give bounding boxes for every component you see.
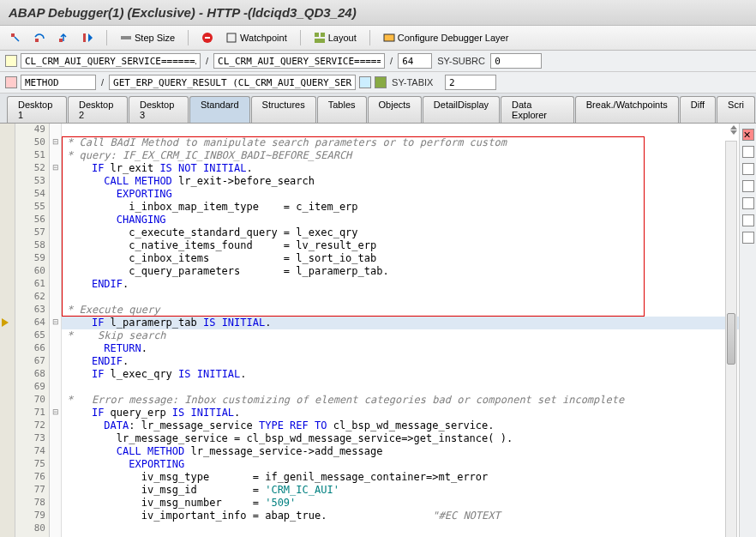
svg-rect-2 (205, 37, 210, 39)
sy-tabix-label: SY-TABIX (390, 77, 441, 87)
tool-icon[interactable] (742, 214, 754, 226)
svg-rect-0 (121, 36, 131, 39)
line-number-gutter: 4950515253545556575859606162636465666768… (15, 124, 50, 537)
code-line[interactable] (62, 291, 756, 304)
code-line[interactable]: RETURN. (62, 342, 756, 355)
tab-tables[interactable]: Tables (317, 96, 367, 123)
main-toolbar: Step Size Watchpoint Layout Configure De… (0, 26, 756, 51)
step-over-button[interactable] (29, 29, 50, 46)
tab-break-watchpoints[interactable]: Break./Watchpoints (575, 96, 679, 123)
code-line[interactable]: * Error message: Inbox customizing of el… (62, 394, 756, 407)
sy-tabix-value[interactable] (445, 75, 496, 90)
code-line[interactable]: IF l_exec_qry IS INITIAL. (62, 368, 756, 381)
code-line[interactable]: * Execute query (62, 304, 756, 317)
sy-subrc-label: SY-SUBRC (435, 56, 487, 66)
tab-desktop-1[interactable]: Desktop 1 (7, 96, 67, 123)
step-size-label: Step Size (135, 33, 175, 43)
window-title: ABAP Debugger(1) (Exclusive) - HTTP -(ld… (0, 0, 756, 26)
code-line[interactable]: CALL METHOD lr_exit->before_search (62, 175, 756, 188)
side-toolbar: ✕ (739, 124, 756, 537)
code-line[interactable]: EXPORTING (62, 188, 756, 201)
code-line[interactable]: * Skip search (62, 329, 756, 342)
tool-icon[interactable] (742, 180, 754, 192)
tab-standard[interactable]: Standard (189, 96, 250, 123)
step-into-button[interactable] (5, 29, 26, 46)
tool-icon[interactable] (742, 163, 754, 175)
code-line[interactable]: IF lr_exit IS NOT INITIAL. (62, 162, 756, 175)
scroll-arrows[interactable] (730, 125, 737, 135)
layout-label: Layout (328, 33, 357, 43)
code-line[interactable]: EXPORTING (62, 458, 756, 471)
slash-separator: / (388, 56, 394, 66)
code-line[interactable]: CALL METHOD lr_message_service->add_mess… (62, 445, 756, 458)
tab-desktop-2[interactable]: Desktop 2 (68, 96, 128, 123)
code-line[interactable]: DATA: lr_message_service TYPE REF TO cl_… (62, 419, 756, 432)
step-size-button[interactable]: Step Size (116, 29, 179, 46)
code-line[interactable]: CHANGING (62, 214, 756, 226)
class-input-2[interactable] (213, 53, 385, 69)
code-line[interactable]: iv_msg_id = 'CRM_IC_AUI' (62, 484, 756, 497)
scroll-up-icon[interactable] (730, 125, 737, 130)
configure-label: Configure Debugger Layer (398, 33, 509, 43)
tab-diff[interactable]: Diff (680, 96, 716, 123)
step-out-button[interactable] (53, 29, 74, 46)
vertical-scrollbar[interactable] (725, 141, 737, 537)
code-line[interactable]: c_execute_standard_query = l_exec_qry (62, 226, 756, 239)
method-icon[interactable] (5, 76, 17, 88)
sy-subrc-value[interactable] (490, 53, 542, 69)
code-line[interactable]: iv_important_info = abap_true. "#EC NOTE… (62, 510, 756, 522)
breakpoint-gutter[interactable] (0, 124, 15, 537)
code-line[interactable]: c_native_items_found = lv_result_erp (62, 239, 756, 252)
code-line[interactable]: IF query_erp IS INITIAL. (62, 407, 756, 419)
code-line[interactable] (62, 124, 756, 136)
svg-rect-3 (227, 33, 236, 42)
code-line[interactable]: IF l_paramerp_tab IS INITIAL. (62, 317, 756, 329)
stop-button[interactable] (197, 29, 218, 46)
code-line[interactable] (62, 381, 756, 394)
configure-button[interactable]: Configure Debugger Layer (379, 29, 513, 46)
nav-row-1: / / SY-SUBRC (0, 51, 756, 72)
tab-detaildisplay[interactable]: DetailDisplay (423, 96, 500, 123)
line-number-input[interactable] (398, 53, 432, 69)
nav-help-icon[interactable] (359, 76, 371, 88)
fold-gutter[interactable]: ⊟⊟⊟⊟ (50, 124, 62, 537)
tab-strip: Desktop 1Desktop 2Desktop 3StandardStruc… (0, 94, 756, 124)
watchpoint-label: Watchpoint (240, 33, 287, 43)
nav-execute-icon[interactable] (375, 76, 387, 88)
continue-button[interactable] (77, 29, 98, 46)
code-line[interactable]: ENDIF. (62, 278, 756, 291)
tab-objects[interactable]: Objects (368, 96, 422, 123)
code-line[interactable]: ENDIF. (62, 355, 756, 368)
tab-data-explorer[interactable]: Data Explorer (501, 96, 574, 123)
code-line[interactable]: lr_message_service = cl_bsp_wd_message_s… (62, 432, 756, 445)
close-icon[interactable]: ✕ (742, 129, 754, 141)
code-line[interactable]: iv_msg_number = '509' (62, 497, 756, 510)
tab-desktop-3[interactable]: Desktop 3 (129, 96, 189, 123)
code-line[interactable]: i_inbox_map_item_type = c_item_erp (62, 201, 756, 214)
code-line[interactable]: iv_msg_type = if_genil_message_container… (62, 471, 756, 484)
class-icon[interactable] (5, 55, 17, 67)
scrollbar-thumb[interactable] (727, 313, 735, 365)
nav-row-2: / SY-TABIX (0, 72, 756, 94)
tool-icon[interactable] (742, 197, 754, 209)
tab-scri[interactable]: Scri (717, 96, 755, 123)
code-editor: 4950515253545556575859606162636465666768… (0, 124, 756, 537)
layout-button[interactable]: Layout (309, 29, 361, 46)
code-line[interactable] (62, 522, 756, 535)
code-line[interactable]: c_inbox_items = l_sort_io_tab (62, 252, 756, 265)
tool-icon[interactable] (742, 146, 754, 158)
class-input-1[interactable] (21, 53, 201, 69)
code-line[interactable]: * Call BAdI Method to manipulate search … (62, 136, 756, 149)
method-label-input[interactable] (21, 75, 96, 90)
code-line[interactable]: c_query_parameters = l_paramerp_tab. (62, 265, 756, 278)
toolbar-separator (188, 30, 189, 45)
code-area[interactable]: * Call BAdI Method to manipulate search … (62, 124, 756, 537)
scroll-down-icon[interactable] (730, 130, 737, 135)
method-name-input[interactable] (109, 75, 356, 90)
watchpoint-button[interactable]: Watchpoint (221, 29, 291, 46)
tool-icon[interactable] (742, 232, 754, 244)
toolbar-separator (300, 30, 301, 45)
code-line[interactable]: * query: IF_EX_CRM_IC_INBOX_BADI~BEFORE_… (62, 149, 756, 162)
tab-structures[interactable]: Structures (251, 96, 316, 123)
svg-rect-5 (321, 33, 325, 37)
